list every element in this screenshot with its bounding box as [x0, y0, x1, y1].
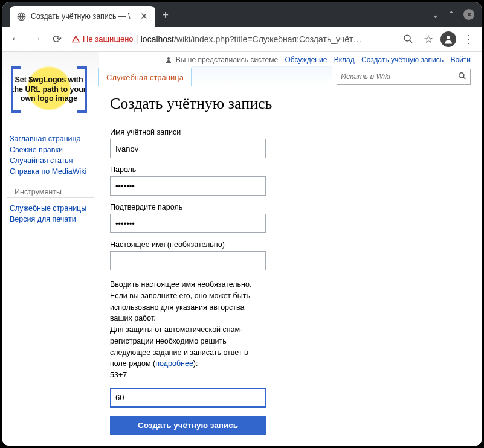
search-icon[interactable] — [454, 72, 470, 82]
captcha-help: Для защиты от автоматической спам-регист… — [110, 324, 266, 370]
tab-title: Создать учётную запись — \ — [31, 12, 131, 21]
wiki-logo[interactable]: Set $wgLogos with the URL path to your o… — [10, 58, 88, 121]
window-close-icon[interactable]: ✕ — [463, 9, 474, 20]
confirm-password-field[interactable] — [110, 214, 266, 233]
nav-help[interactable]: Справка по MediaWiki — [10, 166, 92, 177]
back-button[interactable]: ← — [7, 31, 24, 48]
page-tabs: Служебная страница — [99, 66, 482, 86]
password-label: Пароль — [110, 165, 266, 174]
user-icon — [165, 56, 172, 63]
text-cursor — [124, 393, 124, 402]
svg-point-2 — [447, 36, 450, 39]
nav-tools: Служебные страницы Версия для печати — [2, 200, 99, 229]
nav-main-page[interactable]: Заглавная страница — [10, 133, 92, 144]
chevron-up-icon[interactable]: ⌃ — [448, 10, 455, 19]
link-login[interactable]: Войти — [450, 56, 471, 64]
nav-main: Заглавная страница Свежие правки Случайн… — [2, 131, 99, 182]
zoom-icon[interactable] — [399, 31, 416, 48]
realname-help: Вводить настоящее имя необязательно. Есл… — [110, 279, 266, 324]
realname-field[interactable] — [110, 251, 266, 270]
browser-tab[interactable]: Создать учётную запись — \ ✕ — [10, 6, 155, 27]
link-contrib[interactable]: Вклад — [334, 56, 355, 64]
globe-icon — [17, 12, 26, 21]
forward-button[interactable]: → — [28, 31, 45, 48]
nav-special-pages[interactable]: Служебные страницы — [10, 203, 92, 214]
confirm-label: Подтвердите пароль — [110, 203, 266, 211]
search-box[interactable] — [337, 69, 471, 85]
new-tab-button[interactable]: + — [163, 9, 169, 22]
captcha-question: 53+7 = — [110, 370, 266, 381]
warning-icon — [71, 34, 80, 43]
main-content: Вы не представились системе Обсуждение В… — [99, 52, 482, 446]
address-bar[interactable]: Не защищено | localhost/wiki/index.php?t… — [69, 34, 396, 45]
anon-text: Вы не представились системе — [176, 56, 278, 64]
insecure-badge: Не защищено — [71, 34, 134, 43]
menu-icon[interactable]: ⋮ — [460, 31, 477, 48]
password-field[interactable] — [110, 176, 266, 196]
username-label: Имя учётной записи — [110, 128, 266, 136]
profile-avatar[interactable] — [440, 31, 456, 47]
reload-button[interactable]: ⟳ — [48, 31, 65, 48]
captcha-more-link[interactable]: подробнее — [155, 359, 193, 368]
nav-recent-changes[interactable]: Свежие правки — [10, 144, 92, 155]
search-input[interactable] — [337, 72, 454, 81]
chevron-down-icon[interactable]: ⌄ — [432, 10, 439, 19]
url-text: localhost/wiki/index.php?title=Служебная… — [141, 34, 393, 44]
tab-close-icon[interactable]: ✕ — [140, 11, 148, 22]
nav-random[interactable]: Случайная статья — [10, 155, 92, 166]
personal-tools: Вы не представились системе Обсуждение В… — [99, 52, 482, 64]
page-title: Создать учётную запись — [110, 95, 471, 117]
svg-point-1 — [404, 35, 410, 41]
tab-special[interactable]: Служебная страница — [98, 68, 192, 86]
submit-button[interactable]: Создать учётную запись — [110, 416, 266, 435]
captcha-answer-field[interactable]: 60 — [110, 388, 266, 408]
browser-toolbar: ← → ⟳ Не защищено | localhost/wiki/index… — [2, 27, 482, 52]
svg-point-4 — [459, 72, 464, 77]
nav-tools-header: Инструменты — [7, 182, 94, 198]
realname-label: Настоящее имя (необязательно) — [110, 240, 266, 249]
username-field[interactable] — [110, 139, 266, 158]
browser-tab-strip: Создать учётную запись — \ ✕ + ⌄ ⌃ ✕ — [2, 2, 482, 27]
sidebar: Set $wgLogos with the URL path to your o… — [2, 52, 99, 446]
link-create-account[interactable]: Создать учётную запись — [361, 56, 444, 64]
svg-point-3 — [167, 57, 170, 60]
nav-print[interactable]: Версия для печати — [10, 214, 92, 225]
link-talk[interactable]: Обсуждение — [285, 56, 327, 64]
bookmark-icon[interactable]: ☆ — [420, 31, 437, 48]
window-controls: ⌄ ⌃ ✕ — [432, 2, 474, 27]
create-account-form: Имя учётной записи Пароль Подтвердите па… — [110, 128, 266, 435]
